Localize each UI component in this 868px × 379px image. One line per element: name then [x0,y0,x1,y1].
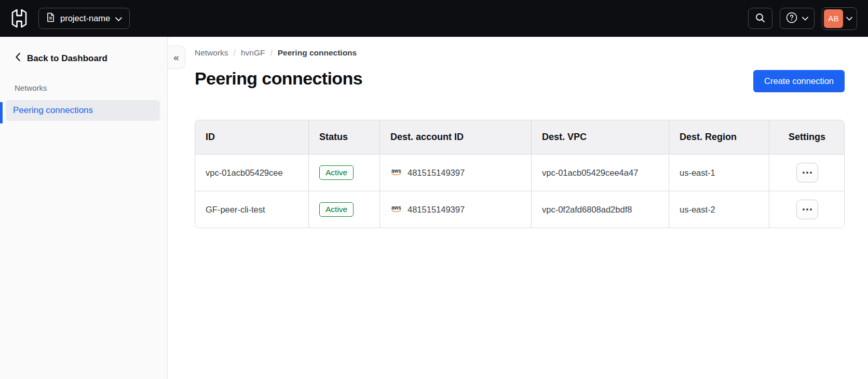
cell-id: GF-peer-cli-test [195,191,308,228]
cell-settings [769,154,845,191]
search-icon [755,13,765,24]
search-button[interactable] [748,8,772,29]
chevron-down-icon [846,15,852,22]
breadcrumb-separator: / [234,48,236,58]
column-header-dest-vpc: Dest. VPC [531,120,669,154]
table-row: vpc-01acb05429cee Active aws 48151514939… [195,154,845,191]
table-header-row: ID Status Dest. account ID Dest. VPC Des… [195,120,845,154]
breadcrumb-separator: / [270,48,272,58]
chevron-down-icon [802,15,808,22]
aws-icon: aws [390,168,403,178]
document-icon [46,12,55,24]
back-to-dashboard-label: Back to Dashboard [27,53,107,64]
cell-dest-region: us-east-2 [669,191,769,228]
account-id-value: 481515149397 [408,168,465,178]
breadcrumb-networks[interactable]: Networks [195,48,228,58]
svg-text:aws: aws [391,205,401,210]
cell-id: vpc-01acb05429cee [195,154,308,191]
column-header-dest-account-id: Dest. account ID [379,120,531,154]
sidebar-section-networks: Networks [15,83,167,92]
column-header-dest-region: Dest. Region [669,120,769,154]
cell-settings [769,191,845,228]
row-settings-menu-button[interactable] [796,200,818,219]
chevron-down-icon [115,13,122,23]
collapse-chevrons-icon: « [173,52,179,63]
help-icon [786,12,797,25]
cell-dest-vpc: vpc-0f2afd6808ad2bdf8 [531,191,669,228]
breadcrumb: Networks / hvnGF / Peering connections [195,48,845,58]
create-connection-button[interactable]: Create connection [753,70,845,92]
cell-dest-account-id: aws 481515149397 [379,191,531,228]
page-title: Peering connections [195,68,362,89]
help-menu-button[interactable] [780,8,815,29]
sidebar: Back to Dashboard Networks Peering conne… [0,37,168,379]
top-navbar: project-name [0,0,868,37]
avatar: AB [824,9,843,28]
main-content: Networks / hvnGF / Peering connections P… [168,37,868,379]
svg-text:aws: aws [391,168,401,174]
cell-status: Active [308,191,379,228]
cell-dest-vpc: vpc-01acb05429cee4a47 [531,154,669,191]
cell-status: Active [308,154,379,191]
account-id-value: 481515149397 [408,205,465,215]
user-menu-button[interactable]: AB [822,7,857,30]
sidebar-item-label: Peering connections [13,105,93,115]
cell-dest-account-id: aws 481515149397 [379,154,531,191]
breadcrumb-current: Peering connections [278,48,357,58]
status-badge: Active [319,202,354,217]
column-header-id: ID [195,120,308,154]
cell-dest-region: us-east-1 [669,154,769,191]
project-switcher[interactable]: project-name [38,8,130,29]
back-to-dashboard-link[interactable]: Back to Dashboard [16,53,167,64]
sidebar-item-peering-connections[interactable]: Peering connections [6,100,160,121]
breadcrumb-hvn[interactable]: hvnGF [241,48,265,58]
column-header-status: Status [308,120,379,154]
chevron-left-icon [16,53,20,64]
aws-icon: aws [390,205,403,215]
column-header-settings: Settings [769,120,845,154]
status-badge: Active [319,165,354,180]
hashicorp-logo-icon[interactable] [11,9,28,27]
peering-connections-table: ID Status Dest. account ID Dest. VPC Des… [195,120,845,228]
row-settings-menu-button[interactable] [796,163,818,183]
project-switcher-label: project-name [60,13,110,23]
table-row: GF-peer-cli-test Active aws 481515149397 [195,191,845,228]
sidebar-collapse-button[interactable]: « [168,46,185,69]
active-item-indicator [0,102,3,123]
